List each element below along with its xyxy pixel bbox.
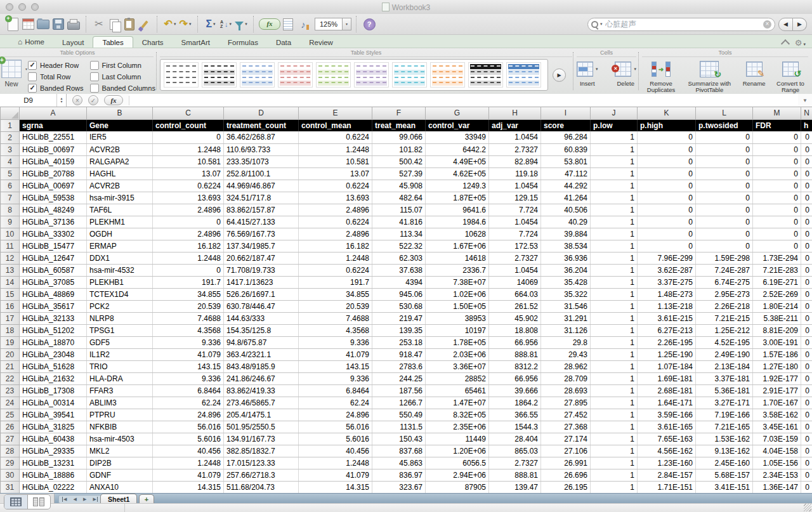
cell-G18[interactable]: 10197: [426, 324, 489, 336]
cell-I31[interactable]: 26.195: [541, 481, 591, 493]
cell-L29[interactable]: 2.45E-160: [696, 457, 753, 469]
cell-C23[interactable]: 6.8464: [153, 384, 224, 397]
cell-H20[interactable]: 888.81: [489, 348, 541, 360]
checkbox-header-row[interactable]: ✓Header Row: [28, 61, 84, 70]
convert-to-range-button[interactable]: ↺ Convert to Range: [773, 59, 808, 94]
cell-M29[interactable]: 1.05E-156: [753, 457, 801, 469]
cell-B28[interactable]: MKL2: [87, 445, 153, 457]
zoom-dropdown-caret[interactable]: ▾: [343, 18, 351, 30]
cell-B8[interactable]: TAF6L: [87, 204, 153, 216]
cell-G13[interactable]: 2336.7: [426, 264, 489, 276]
row-header-13[interactable]: 13: [1, 264, 20, 276]
row-header-7[interactable]: 7: [1, 192, 20, 204]
row-header-11[interactable]: 11: [1, 240, 20, 252]
cell-K10[interactable]: 0: [638, 228, 696, 240]
delete-cells-button[interactable]: ×▾ Delete: [615, 59, 636, 87]
cell-K31[interactable]: 1.71E-151: [638, 481, 696, 493]
cell-I15[interactable]: 35.322: [541, 288, 591, 300]
cell-K11[interactable]: 0: [638, 240, 696, 252]
cell-D22[interactable]: 241.86/246.67: [224, 372, 299, 384]
cell-I21[interactable]: 28.962: [541, 360, 591, 372]
cell-H29[interactable]: 2.7327: [489, 457, 541, 469]
cell-I1[interactable]: score: [541, 119, 591, 131]
cell-N4[interactable]: 0: [801, 155, 812, 167]
cell-K17[interactable]: 3.61E-215: [638, 312, 696, 324]
search-scope-caret[interactable]: ▾: [600, 22, 603, 27]
cell-G26[interactable]: 2.35E+06: [426, 421, 489, 433]
cancel-entry-button[interactable]: ×: [72, 95, 82, 105]
cell-G29[interactable]: 6056.5: [426, 457, 489, 469]
cell-M26[interactable]: 3.45E-161: [753, 421, 801, 433]
normal-view-button[interactable]: [4, 495, 28, 509]
cell-G24[interactable]: 1.47E+07: [426, 397, 489, 409]
cell-H27[interactable]: 28.404: [489, 433, 541, 445]
cell-L5[interactable]: 0: [696, 167, 753, 180]
cell-C10[interactable]: 2.4896: [153, 228, 224, 240]
cell-M16[interactable]: 1.80E-214: [753, 300, 801, 312]
table-style-medium-black-header[interactable]: [468, 62, 503, 88]
row-header-24[interactable]: 24: [1, 397, 20, 409]
column-header-M[interactable]: M: [753, 107, 801, 119]
cell-H3[interactable]: 2.7327: [489, 143, 541, 155]
cell-M22[interactable]: 1.92E-177: [753, 372, 801, 384]
cell-F2[interactable]: 99.066: [372, 131, 426, 143]
sheet-tab-sheet1[interactable]: Sheet1: [100, 494, 137, 504]
row-header-26[interactable]: 26: [1, 421, 20, 433]
cell-D14[interactable]: 1417.1/13623: [224, 276, 299, 288]
name-box[interactable]: D9 ▲▼: [0, 94, 67, 107]
cell-B11[interactable]: ERMAP: [87, 240, 153, 252]
cell-C20[interactable]: 41.079: [153, 348, 224, 360]
table-style-light-black-banded[interactable]: [202, 62, 237, 88]
cell-B2[interactable]: IER5: [87, 131, 153, 143]
cell-F13[interactable]: 37.638: [372, 264, 426, 276]
column-header-A[interactable]: A: [20, 107, 87, 119]
row-header-18[interactable]: 18: [1, 324, 20, 336]
cell-C28[interactable]: 40.456: [153, 445, 224, 457]
cell-B15[interactable]: TCTEX1D4: [87, 288, 153, 300]
cell-J7[interactable]: 1: [591, 192, 638, 204]
row-header-15[interactable]: 15: [1, 288, 20, 300]
cell-D5[interactable]: 252.8/1100.1: [224, 167, 299, 180]
cell-A23[interactable]: HGLibB_17308: [20, 384, 87, 397]
cell-A8[interactable]: HGLibA_48249: [20, 204, 87, 216]
row-header-20[interactable]: 20: [1, 348, 20, 360]
cell-F30[interactable]: 836.97: [372, 469, 426, 481]
cell-H11[interactable]: 172.53: [489, 240, 541, 252]
toolbox-button[interactable]: [280, 16, 296, 32]
cell-A9[interactable]: HGLibA_37136: [20, 216, 87, 228]
cell-M3[interactable]: 0: [753, 143, 801, 155]
cell-K13[interactable]: 3.62E-287: [638, 264, 696, 276]
cell-J16[interactable]: 1: [591, 300, 638, 312]
cell-I10[interactable]: 39.884: [541, 228, 591, 240]
cell-K8[interactable]: 0: [638, 204, 696, 216]
cell-G31[interactable]: 87905: [426, 481, 489, 493]
cell-L19[interactable]: 4.52E-195: [696, 336, 753, 348]
cell-M17[interactable]: 5.38E-211: [753, 312, 801, 324]
ribbon-tab-layout[interactable]: Layout: [53, 37, 93, 48]
cell-M18[interactable]: 8.81E-209: [753, 324, 801, 336]
cell-N2[interactable]: 0: [801, 131, 812, 143]
row-header-9[interactable]: 9: [1, 216, 20, 228]
cell-L21[interactable]: 2.13E-184: [696, 360, 753, 372]
cell-H14[interactable]: 14069: [489, 276, 541, 288]
row-header-5[interactable]: 5: [1, 167, 20, 180]
cell-G30[interactable]: 2.94E+06: [426, 469, 489, 481]
cell-H6[interactable]: 1.0454: [489, 180, 541, 192]
cell-F20[interactable]: 918.47: [372, 348, 426, 360]
cell-L2[interactable]: 0: [696, 131, 753, 143]
cell-A4[interactable]: HGLibA_40159: [20, 155, 87, 167]
cell-B26[interactable]: NFKBIB: [87, 421, 153, 433]
cell-G3[interactable]: 6442.2: [426, 143, 489, 155]
cell-K22[interactable]: 1.69E-181: [638, 372, 696, 384]
search-previous-button[interactable]: ◀: [778, 18, 793, 31]
cell-L27[interactable]: 1.53E-162: [696, 433, 753, 445]
cell-L18[interactable]: 1.25E-212: [696, 324, 753, 336]
autosum-button[interactable]: Σ▾: [203, 16, 218, 32]
row-header-31[interactable]: 31: [1, 481, 20, 493]
summarize-with-pivottable-button[interactable]: ↻ Summarize with PivotTable: [683, 59, 735, 94]
cell-H28[interactable]: 865.03: [489, 445, 541, 457]
cell-M13[interactable]: 7.21E-283: [753, 264, 801, 276]
cell-A11[interactable]: HGLibB_15477: [20, 240, 87, 252]
table-style-light-green[interactable]: [316, 62, 351, 88]
cell-G4[interactable]: 4.49E+05: [426, 155, 489, 167]
